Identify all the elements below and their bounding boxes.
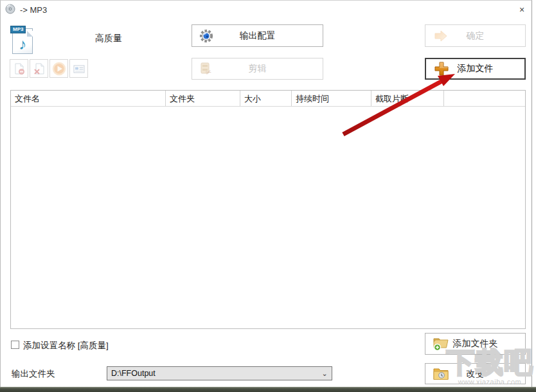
preset-name-label: 高质量 [95,33,122,44]
append-setting-checkbox[interactable] [11,341,19,349]
mp3-badge: MP3 [10,26,26,33]
app-disc-icon [5,4,15,14]
chevron-down-icon[interactable]: ⌄ [317,370,332,378]
plus-icon [433,60,450,77]
clear-list-icon [33,62,46,75]
play-icon [52,62,66,76]
title-bar: -> MP3 × [0,0,532,19]
folder-plus-icon [433,336,450,352]
gear-icon [199,29,213,43]
music-note-icon: ♪ [19,37,26,52]
arrow-right-icon [433,29,448,43]
remove-file-icon [13,62,26,75]
output-folder-value: D:\FFOutput [107,369,317,378]
remove-file-button[interactable] [10,59,28,78]
properties-icon [73,62,85,75]
window-title: -> MP3 [20,5,47,15]
table-body-empty [11,107,525,329]
close-button[interactable]: × [513,3,531,17]
col-duration[interactable]: 持续时间 [292,91,371,106]
add-folder-label: 添加文件夹 [453,338,498,350]
add-files-label: 添加文件 [458,63,494,75]
col-clip-range[interactable]: 截取片断 [371,91,444,106]
table-header: 文件名 文件夹 大小 持续时间 截取片断 [11,91,525,107]
play-button[interactable] [49,59,68,78]
col-size[interactable]: 大小 [240,91,292,106]
add-files-button[interactable]: 添加文件 [425,58,526,80]
folder-clock-icon [433,367,449,381]
clip-button[interactable]: ✂ 剪辑 [192,58,323,80]
output-folder-label: 输出文件夹 [12,368,55,380]
col-filename[interactable]: 文件名 [11,91,166,106]
file-table[interactable]: 文件名 文件夹 大小 持续时间 截取片断 [10,90,526,329]
window-bottom-edge [0,387,536,392]
clip-label: 剪辑 [249,63,267,75]
change-button[interactable]: 改变 [425,363,526,384]
svg-text:✂: ✂ [204,67,213,76]
mp3-file-icon: ♪ MP3 [10,26,35,55]
ok-button[interactable]: 确定 [425,24,526,47]
col-folder[interactable]: 文件夹 [166,91,240,106]
output-config-label: 输出配置 [240,30,276,42]
append-setting-label: 添加设置名称 [高质量] [23,340,109,352]
clear-list-button[interactable] [30,59,48,78]
output-folder-combobox[interactable]: D:\FFOutput ⌄ [107,366,332,380]
output-config-button[interactable]: 输出配置 [192,24,323,47]
converter-dialog: -> MP3 × ♪ MP3 高质量 输出配置 [0,0,536,392]
ok-label: 确定 [467,30,485,42]
change-label: 改变 [467,368,485,380]
clip-scissors-icon: ✂ [199,61,215,76]
properties-button[interactable] [69,59,88,78]
add-folder-button[interactable]: 添加文件夹 [425,333,526,355]
col-empty [444,91,525,106]
